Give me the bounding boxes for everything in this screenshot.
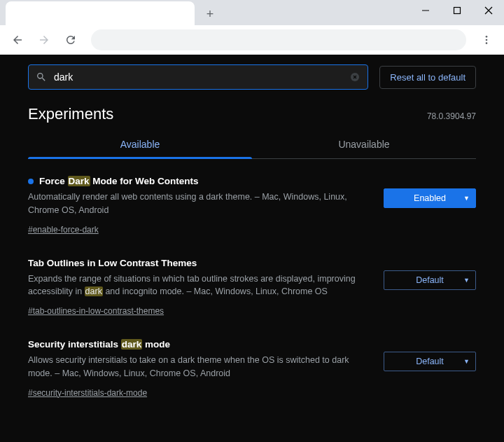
flag-content: Security interstitials dark modeAllows s…: [28, 339, 372, 399]
maximize-button[interactable]: [441, 0, 472, 21]
minimize-icon: [421, 6, 430, 15]
svg-point-4: [486, 36, 488, 38]
modified-dot-icon: [28, 179, 34, 184]
browser-chrome: +: [0, 0, 504, 55]
flag-row: Tab Outlines in Low Contrast ThemesExpan…: [28, 241, 476, 323]
flag-row: Force Dark Mode for Web ContentsAutomati…: [28, 159, 476, 241]
flag-row: Security interstitials dark modeAllows s…: [28, 322, 476, 404]
flag-select-wrap: Default▼: [384, 352, 476, 371]
svg-point-5: [486, 39, 488, 41]
kebab-icon: [481, 34, 492, 46]
clear-search-icon[interactable]: [349, 71, 360, 83]
search-icon: [36, 71, 47, 83]
chevron-down-icon: ▼: [463, 277, 470, 284]
flag-title-row: Security interstitials dark mode: [28, 339, 372, 350]
search-highlight: dark: [121, 339, 143, 350]
browser-tab[interactable]: [6, 1, 195, 25]
flag-description: Expands the range of situations in which…: [28, 272, 372, 299]
browser-menu-button[interactable]: [475, 28, 498, 52]
reload-icon: [64, 34, 77, 46]
chevron-down-icon: ▼: [463, 195, 470, 202]
close-icon: [484, 6, 493, 15]
flag-content: Force Dark Mode for Web ContentsAutomati…: [28, 176, 372, 235]
page-title: Experiments: [28, 105, 113, 123]
plus-icon: +: [206, 7, 214, 22]
search-box[interactable]: [28, 64, 368, 90]
tabs: Available Unavailable: [28, 130, 476, 159]
flag-content: Tab Outlines in Low Contrast ThemesExpan…: [28, 258, 372, 317]
flag-anchor-link[interactable]: #tab-outlines-in-low-contrast-themes: [28, 306, 164, 316]
flag-state-label: Enabled: [414, 193, 446, 203]
chevron-down-icon: ▼: [463, 358, 470, 365]
flag-description: Automatically render all web contents us…: [28, 191, 372, 217]
svg-rect-1: [454, 8, 460, 14]
browser-toolbar: [0, 25, 504, 55]
flag-title-row: Force Dark Mode for Web Contents: [28, 176, 372, 186]
arrow-left-icon: [11, 34, 24, 46]
flag-anchor-link[interactable]: #security-interstitials-dark-mode: [28, 388, 147, 398]
new-tab-button[interactable]: +: [200, 4, 220, 24]
reload-button[interactable]: [59, 28, 83, 52]
maximize-icon: [453, 6, 461, 15]
forward-button[interactable]: [32, 28, 56, 52]
flag-title: Force Dark Mode for Web Contents: [39, 176, 199, 186]
flag-state-label: Default: [416, 275, 444, 285]
flag-state-select[interactable]: Default▼: [384, 352, 476, 371]
flag-state-select[interactable]: Default▼: [384, 270, 476, 290]
address-bar[interactable]: [91, 29, 466, 50]
close-button[interactable]: [472, 0, 504, 21]
titlebar: +: [0, 0, 504, 25]
back-button[interactable]: [6, 28, 29, 52]
page-title-row: Experiments 78.0.3904.97: [28, 105, 476, 123]
flag-title: Security interstitials dark mode: [28, 339, 170, 350]
tab-unavailable[interactable]: Unavailable: [252, 130, 476, 158]
search-highlight: dark: [85, 286, 103, 296]
version-label: 78.0.3904.97: [427, 111, 476, 121]
svg-point-6: [486, 42, 488, 44]
minimize-button[interactable]: [410, 0, 441, 21]
window-controls: [410, 0, 504, 21]
search-input[interactable]: [54, 71, 342, 83]
arrow-right-icon: [38, 34, 50, 46]
flags-page: Reset all to default Experiments 78.0.39…: [0, 55, 504, 442]
tab-available[interactable]: Available: [28, 130, 252, 158]
flag-title: Tab Outlines in Low Contrast Themes: [28, 258, 197, 268]
flag-select-wrap: Enabled▼: [384, 188, 476, 208]
flag-title-row: Tab Outlines in Low Contrast Themes: [28, 258, 372, 268]
reset-all-button[interactable]: Reset all to default: [379, 66, 476, 89]
flag-select-wrap: Default▼: [384, 270, 476, 290]
flag-anchor-link[interactable]: #enable-force-dark: [28, 225, 99, 235]
flag-state-label: Default: [416, 357, 444, 366]
search-highlight: Dark: [68, 176, 90, 186]
flag-state-select[interactable]: Enabled▼: [384, 188, 476, 208]
search-row: Reset all to default: [28, 55, 476, 97]
flag-description: Allows security intersitials to take on …: [28, 354, 372, 380]
